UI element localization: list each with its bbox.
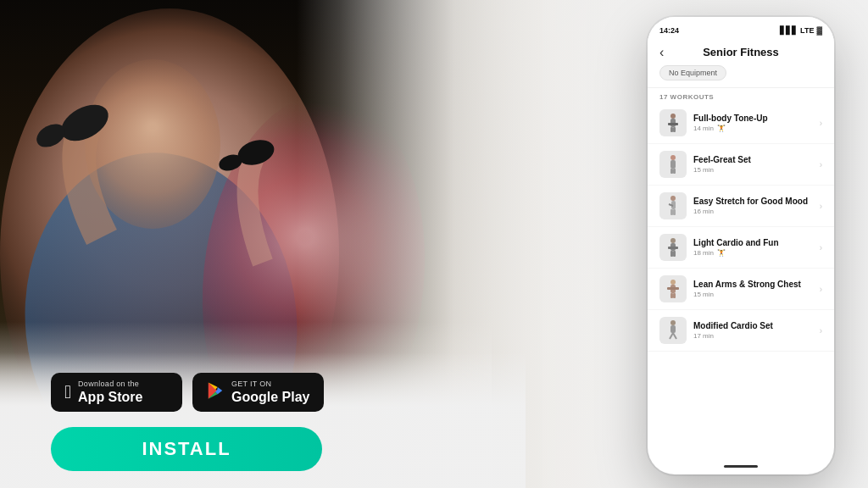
lte-label: LTE	[800, 26, 814, 35]
battery-icon: ▓	[816, 26, 822, 35]
svg-point-9	[670, 196, 676, 201]
svg-rect-2	[668, 123, 678, 125]
phone-nav: ‹ Senior Fitness	[659, 46, 822, 58]
svg-rect-13	[673, 209, 676, 215]
apple-icon: 	[64, 383, 71, 402]
workout-duration: 17 min	[693, 332, 714, 340]
workout-info: Full-body Tone-Up 14 min 🏋	[693, 114, 813, 132]
svg-line-26	[670, 333, 673, 339]
workout-thumbnail	[659, 109, 687, 136]
home-indicator	[724, 465, 758, 468]
no-equipment-filter[interactable]: No Equipment	[659, 65, 726, 80]
svg-point-24	[670, 320, 676, 325]
list-item[interactable]: Modified Cardio Set 17 min ›	[648, 310, 834, 352]
svg-rect-4	[673, 127, 676, 132]
chevron-right-icon: ›	[820, 326, 822, 336]
google-play-button[interactable]: GET IT ON Google Play	[192, 373, 324, 412]
google-play-icon	[206, 381, 225, 403]
list-item[interactable]: Light Cardio and Fun 18 min 🏋 ›	[648, 227, 834, 269]
install-label: INSTALL	[142, 438, 231, 459]
store-buttons-row:  Download on the App Store GET IT ON Go…	[51, 373, 324, 412]
workout-name: Lean Arms & Strong Chest	[693, 280, 813, 289]
workout-name: Feel-Great Set	[693, 155, 813, 164]
list-item[interactable]: Feel-Great Set 15 min ›	[648, 144, 834, 186]
svg-point-5	[670, 155, 676, 160]
status-right: ▋▋▋ LTE ▓	[780, 26, 822, 35]
scroll-indicator	[648, 465, 834, 468]
workout-meta: 16 min	[693, 208, 813, 215]
workout-duration: 15 min	[693, 166, 714, 174]
workout-info: Feel-Great Set 15 min	[693, 155, 813, 174]
phone-app-header: ‹ Senior Fitness No Equipment	[648, 41, 834, 88]
workout-thumbnail	[659, 151, 687, 178]
svg-point-19	[670, 280, 676, 285]
workout-thumbnail	[659, 192, 687, 219]
workout-name: Full-body Tone-Up	[693, 114, 813, 123]
svg-rect-17	[670, 251, 673, 257]
svg-rect-18	[673, 251, 676, 257]
workout-name: Easy Stretch for Good Mood	[693, 197, 813, 206]
chevron-right-icon: ›	[820, 243, 822, 252]
svg-rect-25	[670, 325, 676, 333]
status-time: 14:24	[659, 26, 679, 35]
screen-title: Senior Fitness	[703, 46, 779, 58]
workout-duration: 15 min	[693, 291, 714, 298]
google-play-text: GET IT ON Google Play	[231, 380, 309, 405]
workout-info: Light Cardio and Fun 18 min 🏋	[693, 238, 813, 257]
svg-rect-6	[670, 160, 676, 169]
workout-meta: 14 min 🏋	[693, 125, 813, 132]
svg-point-0	[670, 114, 676, 119]
google-play-small-label: GET IT ON	[231, 380, 309, 389]
workout-name: Modified Cardio Set	[693, 321, 813, 330]
svg-rect-7	[670, 169, 673, 174]
workout-meta: 17 min	[693, 332, 813, 340]
workout-thumbnail	[659, 317, 687, 344]
list-item[interactable]: Easy Stretch for Good Mood 16 min ›	[648, 186, 834, 227]
chevron-right-icon: ›	[820, 119, 822, 128]
workout-meta: 15 min	[693, 291, 813, 298]
svg-rect-12	[670, 209, 673, 215]
app-store-button[interactable]:  Download on the App Store	[51, 373, 182, 412]
app-store-large-label: App Store	[78, 389, 142, 405]
workouts-count: 17 WORKOUTS	[659, 93, 822, 101]
chevron-right-icon: ›	[820, 160, 822, 169]
signal-icon: ▋▋▋	[780, 26, 798, 35]
phone-mockup: 14:24 ▋▋▋ LTE ▓ ‹ Senior Fitness No Equi…	[648, 17, 834, 474]
workout-duration: 14 min	[693, 125, 714, 132]
workout-thumbnail	[659, 275, 687, 302]
dumbbell-icon: 🏋	[717, 249, 726, 257]
workout-list: Full-body Tone-Up 14 min 🏋 ›	[648, 103, 834, 352]
workout-meta: 18 min 🏋	[693, 249, 813, 257]
workout-info: Modified Cardio Set 17 min	[693, 321, 813, 340]
phone-status-bar: 14:24 ▋▋▋ LTE ▓	[648, 17, 834, 41]
workout-info: Easy Stretch for Good Mood 16 min	[693, 197, 813, 215]
svg-rect-23	[673, 293, 676, 298]
app-store-text: Download on the App Store	[78, 380, 142, 405]
chevron-right-icon: ›	[820, 202, 822, 211]
workout-duration: 18 min	[693, 249, 714, 257]
svg-rect-3	[670, 127, 673, 132]
svg-line-27	[673, 333, 676, 339]
svg-point-14	[670, 238, 676, 243]
chevron-right-icon: ›	[820, 285, 822, 294]
back-button[interactable]: ‹	[659, 45, 664, 60]
phone-frame: 14:24 ▋▋▋ LTE ▓ ‹ Senior Fitness No Equi…	[648, 17, 834, 474]
install-button[interactable]: INSTALL	[51, 427, 322, 471]
google-play-large-label: Google Play	[231, 389, 309, 405]
workout-thumbnail	[659, 234, 687, 261]
workout-info: Lean Arms & Strong Chest 15 min	[693, 280, 813, 298]
svg-rect-16	[668, 247, 678, 249]
svg-rect-8	[673, 169, 676, 174]
workout-duration: 16 min	[693, 208, 714, 215]
bottom-cta-section:  Download on the App Store GET IT ON Go…	[0, 352, 526, 488]
list-item[interactable]: Lean Arms & Strong Chest 15 min ›	[648, 269, 834, 310]
svg-rect-21	[667, 287, 679, 290]
workout-name: Light Cardio and Fun	[693, 238, 813, 247]
svg-rect-22	[670, 293, 673, 298]
workout-meta: 15 min	[693, 166, 813, 174]
list-item[interactable]: Full-body Tone-Up 14 min 🏋 ›	[648, 103, 834, 144]
dumbbell-icon: 🏋	[717, 125, 726, 132]
app-store-small-label: Download on the	[78, 380, 142, 389]
